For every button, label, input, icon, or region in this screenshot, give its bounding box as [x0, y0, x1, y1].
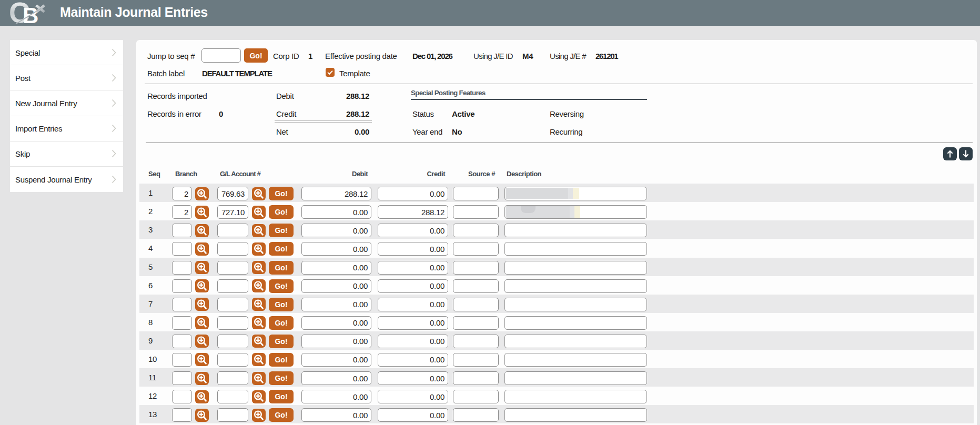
svg-text:B: B: [23, 3, 38, 26]
